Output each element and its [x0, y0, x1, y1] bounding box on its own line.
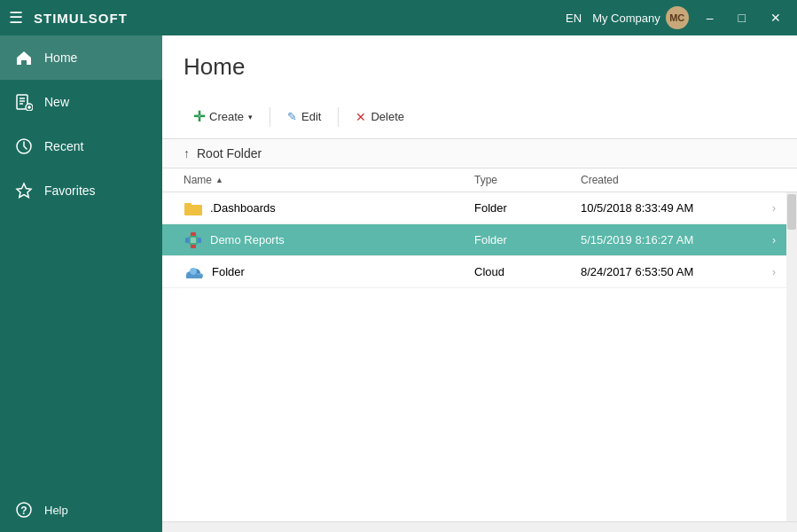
avatar: MC [666, 6, 689, 29]
folder-icon [184, 200, 203, 216]
svg-marker-8 [17, 184, 31, 198]
edit-icon: ✎ [287, 110, 297, 123]
favorites-icon [14, 181, 34, 200]
current-folder-label: Root Folder [197, 146, 262, 160]
language-selector[interactable]: EN [566, 12, 582, 25]
edit-label: Edit [301, 110, 321, 123]
create-plus-icon: ✛ [193, 108, 205, 125]
table-row[interactable]: Folder Cloud 8/24/2017 6:53:50 AM › [162, 256, 797, 288]
svg-rect-12 [184, 203, 191, 207]
create-button[interactable]: ✛ Create ▾ [184, 104, 262, 129]
delete-button[interactable]: ✕ Delete [346, 106, 414, 129]
page-header: Home [162, 35, 797, 98]
company-info: My Company MC [592, 6, 689, 29]
title-bar-right: EN My Company MC – □ ✕ [566, 6, 788, 29]
title-bar: ☰ STIMULSOFT EN My Company MC – □ ✕ [0, 0, 797, 35]
row-name-cell: Demo Reports [184, 231, 474, 250]
row-name-cell: Folder [184, 264, 474, 280]
table-body[interactable]: .Dashboards Folder 10/5/2018 8:33:49 AM … [162, 192, 797, 521]
row-chevron: › [758, 202, 776, 215]
sidebar: Home New [0, 35, 162, 532]
delete-label: Delete [371, 110, 404, 123]
header-type[interactable]: Type [474, 174, 581, 186]
header-name[interactable]: Name ▲ [184, 174, 474, 186]
sidebar-label-new: New [44, 95, 69, 109]
sidebar-item-home[interactable]: Home [0, 35, 162, 80]
demo-reports-icon [184, 231, 203, 250]
sidebar-item-new[interactable]: New [0, 80, 162, 124]
row-name-cell: .Dashboards [184, 200, 474, 216]
sidebar-label-help: Help [44, 504, 68, 517]
help-icon: ? [14, 500, 34, 520]
toolbar: ✛ Create ▾ ✎ Edit ✕ Delete [162, 98, 797, 139]
header-name-label: Name [184, 174, 212, 186]
row-name-text: .Dashboards [210, 201, 276, 215]
scrollbar-track[interactable] [786, 192, 797, 521]
row-created-cell: 5/15/2019 8:16:27 AM [581, 233, 758, 246]
table-header: Name ▲ Type Created [162, 168, 797, 192]
content-area: Home ✛ Create ▾ ✎ Edit ✕ Delete ↑ Root F… [162, 35, 797, 532]
table-row[interactable]: .Dashboards Folder 10/5/2018 8:33:49 AM … [162, 192, 797, 224]
sidebar-label-favorites: Favorites [44, 184, 96, 198]
header-created-label: Created [581, 174, 619, 186]
cloud-icon [184, 264, 205, 280]
row-name-text: Demo Reports [210, 233, 285, 246]
row-created-cell: 8/24/2017 6:53:50 AM [581, 265, 758, 278]
home-icon [14, 48, 34, 67]
svg-rect-16 [191, 238, 196, 243]
create-label: Create [209, 110, 244, 123]
sidebar-spacer [0, 213, 162, 488]
app-logo: STIMULSOFT [34, 11, 566, 26]
folder-up-button[interactable]: ↑ [184, 146, 190, 160]
header-type-label: Type [474, 174, 497, 186]
row-chevron: › [758, 234, 776, 246]
sort-icon: ▲ [215, 176, 223, 184]
file-table: Name ▲ Type Created [162, 168, 797, 521]
toolbar-separator-2 [338, 107, 339, 127]
svg-point-21 [190, 268, 197, 275]
sidebar-item-favorites[interactable]: Favorites [0, 168, 162, 213]
bottom-scrollbar[interactable] [162, 521, 797, 532]
header-created[interactable]: Created [581, 174, 758, 186]
row-created-cell: 10/5/2018 8:33:49 AM [581, 201, 758, 215]
toolbar-separator-1 [270, 107, 270, 127]
svg-text:?: ? [20, 505, 27, 517]
edit-button[interactable]: ✎ Edit [277, 106, 331, 128]
scrollbar-thumb[interactable] [787, 194, 796, 230]
delete-icon: ✕ [356, 110, 366, 124]
recent-icon [14, 137, 34, 156]
svg-rect-20 [186, 275, 202, 278]
create-dropdown-icon: ▾ [248, 113, 253, 121]
sidebar-label-recent: Recent [44, 139, 83, 153]
row-name-text: Folder [212, 265, 245, 278]
row-chevron: › [758, 266, 776, 278]
close-button[interactable]: ✕ [763, 7, 788, 28]
sidebar-label-home: Home [44, 51, 77, 65]
row-type-cell: Folder [474, 201, 581, 215]
minimize-button[interactable]: – [699, 7, 721, 28]
folder-nav: ↑ Root Folder [162, 139, 797, 168]
sidebar-item-recent[interactable]: Recent [0, 124, 162, 168]
table-row[interactable]: Demo Reports Folder 5/15/2019 8:16:27 AM… [162, 224, 797, 256]
new-icon [14, 92, 34, 112]
row-type-cell: Folder [474, 233, 581, 246]
header-spacer [758, 174, 776, 186]
row-type-cell: Cloud [474, 265, 581, 278]
main-layout: Home New [0, 35, 797, 532]
company-name: My Company [592, 12, 660, 25]
menu-icon[interactable]: ☰ [9, 8, 23, 27]
sidebar-item-help[interactable]: ? Help [0, 488, 162, 532]
maximize-button[interactable]: □ [731, 7, 753, 28]
page-title: Home [184, 53, 776, 81]
